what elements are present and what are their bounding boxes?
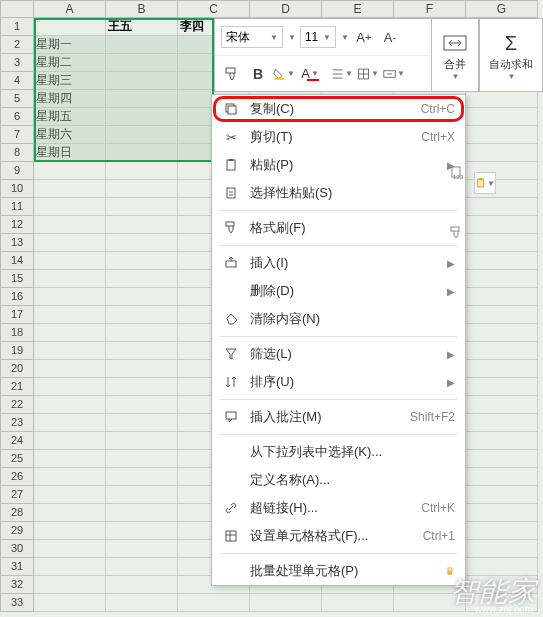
row-header-13[interactable]: 13 [0,234,34,252]
cell-A23[interactable] [34,414,106,432]
col-header-C[interactable]: C [178,0,250,18]
cell-G15[interactable] [466,270,538,288]
size-dropdown-icon[interactable]: ▼ [341,33,349,42]
cell-B11[interactable] [106,198,178,216]
cell-G28[interactable] [466,504,538,522]
cell-G13[interactable] [466,234,538,252]
cell-A28[interactable] [34,504,106,522]
font-family-select[interactable]: 宋体▼ [221,26,283,48]
cell-B18[interactable] [106,324,178,342]
row-header-7[interactable]: 7 [0,126,34,144]
increase-font-icon[interactable]: A+ [353,26,375,48]
cell-G7[interactable] [466,126,538,144]
cell-B17[interactable] [106,306,178,324]
cell-B24[interactable] [106,432,178,450]
row-header-3[interactable]: 3 [0,54,34,72]
cell-A24[interactable] [34,432,106,450]
autosum-button-group[interactable]: Σ 自动求和 ▼ [479,18,543,92]
cell-B4[interactable] [106,72,178,90]
cell-B3[interactable] [106,54,178,72]
cell-B14[interactable] [106,252,178,270]
cell-A6[interactable]: 星期五 [34,108,106,126]
col-header-A[interactable]: A [34,0,106,18]
cell-G22[interactable] [466,396,538,414]
cell-B7[interactable] [106,126,178,144]
cell-G20[interactable] [466,360,538,378]
cell-A1[interactable] [34,18,106,36]
cell-A20[interactable] [34,360,106,378]
row-header-21[interactable]: 21 [0,378,34,396]
cell-B22[interactable] [106,396,178,414]
col-header-G[interactable]: G [466,0,538,18]
row-header-2[interactable]: 2 [0,36,34,54]
bold-icon[interactable]: B [247,63,269,85]
cell-G5[interactable] [466,90,538,108]
cell-E33[interactable] [322,594,394,612]
menu-insert[interactable]: 插入(I)▶ [212,249,465,277]
format-painter-icon[interactable] [221,63,243,85]
border-icon[interactable]: ▼ [357,63,379,85]
menu-clear[interactable]: 清除内容(N) [212,305,465,333]
menu-filter[interactable]: 筛选(L)▶ [212,340,465,368]
cell-A33[interactable] [34,594,106,612]
cell-B23[interactable] [106,414,178,432]
cell-A31[interactable] [34,558,106,576]
row-header-30[interactable]: 30 [0,540,34,558]
cell-B27[interactable] [106,486,178,504]
row-header-33[interactable]: 33 [0,594,34,612]
col-header-D[interactable]: D [250,0,322,18]
cell-A25[interactable] [34,450,106,468]
row-header-5[interactable]: 5 [0,90,34,108]
cell-A30[interactable] [34,540,106,558]
cell-D33[interactable] [250,594,322,612]
cell-A13[interactable] [34,234,106,252]
row-header-25[interactable]: 25 [0,450,34,468]
row-header-15[interactable]: 15 [0,270,34,288]
menu-delete[interactable]: 删除(D)▶ [212,277,465,305]
row-header-28[interactable]: 28 [0,504,34,522]
cell-B28[interactable] [106,504,178,522]
cell-B15[interactable] [106,270,178,288]
decrease-font-icon[interactable]: A- [379,26,401,48]
cell-B9[interactable] [106,162,178,180]
cell-B12[interactable] [106,216,178,234]
merge-button-group[interactable]: 合并 ▼ [431,18,479,92]
cell-B33[interactable] [106,594,178,612]
cell-A10[interactable] [34,180,106,198]
row-header-17[interactable]: 17 [0,306,34,324]
font-dropdown-icon[interactable]: ▼ [288,33,296,42]
row-header-19[interactable]: 19 [0,342,34,360]
col-header-B[interactable]: B [106,0,178,18]
cell-G12[interactable] [466,216,538,234]
cell-A2[interactable]: 星期一 [34,36,106,54]
cell-A14[interactable] [34,252,106,270]
menu-sort[interactable]: 排序(U)▶ [212,368,465,396]
row-header-12[interactable]: 12 [0,216,34,234]
paste-123-icon[interactable]: 123 [448,164,466,182]
cell-A29[interactable] [34,522,106,540]
select-all-corner[interactable] [0,0,34,18]
cell-G26[interactable] [466,468,538,486]
font-color-icon[interactable]: A▼ [299,63,321,85]
menu-define-name[interactable]: 定义名称(A)... [212,466,465,494]
row-header-16[interactable]: 16 [0,288,34,306]
cell-B1[interactable]: 王五 [106,18,178,36]
menu-paste-special[interactable]: 选择性粘贴(S) [212,179,465,207]
cell-B6[interactable] [106,108,178,126]
row-header-18[interactable]: 18 [0,324,34,342]
cell-A7[interactable]: 星期六 [34,126,106,144]
cell-C33[interactable] [178,594,250,612]
cell-B30[interactable] [106,540,178,558]
menu-cut[interactable]: ✂剪切(T)Ctrl+X [212,123,465,151]
row-header-26[interactable]: 26 [0,468,34,486]
menu-copy[interactable]: 复制(C)Ctrl+C [212,95,465,123]
cell-A3[interactable]: 星期二 [34,54,106,72]
cell-A27[interactable] [34,486,106,504]
cell-A19[interactable] [34,342,106,360]
cell-G8[interactable] [466,144,538,162]
cell-B32[interactable] [106,576,178,594]
row-header-4[interactable]: 4 [0,72,34,90]
row-header-14[interactable]: 14 [0,252,34,270]
cell-B16[interactable] [106,288,178,306]
align-icon[interactable]: ▼ [331,63,353,85]
